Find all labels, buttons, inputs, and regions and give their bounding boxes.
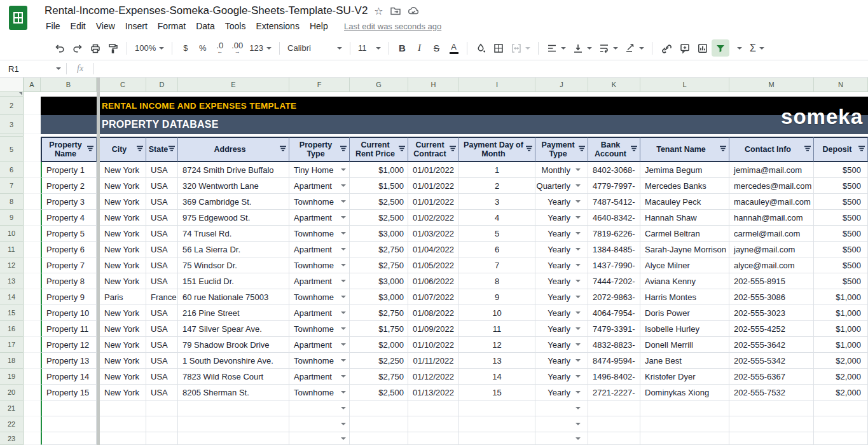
cell-B8[interactable]: Property 3 [41, 194, 97, 210]
dropdown-arrow-icon[interactable] [575, 312, 581, 314]
decrease-decimal-button[interactable]: .0← [211, 39, 228, 57]
dropdown-arrow-icon[interactable] [575, 264, 581, 266]
dropdown-arrow-icon[interactable] [575, 437, 581, 440]
column-header-L[interactable]: L [640, 78, 729, 92]
cell-K22[interactable] [588, 416, 640, 432]
menu-insert[interactable]: Insert [120, 20, 153, 32]
cell-B15[interactable]: Property 10 [41, 305, 97, 321]
cell-M16[interactable]: 202-555-4252 [729, 321, 814, 337]
cell-H20[interactable]: 01/13/2022 [408, 385, 459, 400]
cell-G15[interactable]: $2,750 [350, 305, 408, 321]
zoom-select[interactable]: 100% [132, 39, 167, 57]
cell-L13[interactable]: Aviana Kenny [640, 273, 729, 289]
cell-I7[interactable]: 2 [459, 178, 535, 194]
cell-J19[interactable]: Yearly [535, 369, 588, 385]
cell-K23[interactable] [588, 432, 640, 445]
cell-C10[interactable]: New York [100, 226, 146, 242]
paint-format-icon[interactable] [104, 39, 122, 57]
cell-H14[interactable]: 01/07/2022 [408, 289, 459, 305]
menu-file[interactable]: File [41, 20, 65, 32]
cell-E20[interactable]: 8205 Sherman St. [178, 385, 289, 400]
filter-header-payment-type[interactable]: Payment Type [535, 137, 588, 162]
borders-icon[interactable] [490, 39, 507, 57]
cell-L7[interactable]: Mercedes Banks [640, 178, 729, 194]
menu-data[interactable]: Data [191, 20, 220, 32]
cell-L18[interactable]: Jane Best [640, 353, 729, 369]
dropdown-arrow-icon[interactable] [575, 168, 581, 171]
cell-B10[interactable]: Property 5 [41, 226, 97, 242]
number-format-button[interactable]: 123 [246, 39, 275, 57]
cell-L15[interactable]: Doris Power [640, 305, 729, 321]
cell-M23[interactable] [729, 432, 814, 445]
column-header-G[interactable]: G [350, 78, 408, 92]
cell-H15[interactable]: 01/08/2022 [408, 305, 459, 321]
cell-B23[interactable] [41, 432, 97, 445]
cell-F8[interactable]: Townhome [289, 194, 350, 210]
cell-L23[interactable] [640, 432, 729, 445]
cell-M17[interactable]: 202-555-3642 [729, 337, 814, 353]
cell-G13[interactable]: $3,000 [350, 273, 408, 289]
cell-J20[interactable]: Yearly [535, 385, 588, 400]
cell-I23[interactable] [459, 432, 535, 445]
star-icon[interactable]: ☆ [374, 5, 383, 17]
cell-E12[interactable]: 75 Windsor Dr. [178, 257, 289, 273]
row-header-hidden[interactable] [0, 92, 24, 97]
cell-L10[interactable]: Carmel Beltran [640, 226, 729, 242]
filter-header-contact-info[interactable]: Contact Info [729, 137, 814, 162]
filter-icon[interactable] [398, 145, 406, 154]
row-header-15[interactable]: 15 [0, 305, 24, 321]
dropdown-arrow-icon[interactable] [575, 327, 581, 330]
column-header-F[interactable]: F [289, 78, 350, 92]
dropdown-arrow-icon[interactable] [341, 248, 346, 250]
column-header-C[interactable]: C [100, 78, 146, 92]
move-to-folder-icon[interactable] [390, 5, 401, 17]
cell-D6[interactable]: USA [146, 162, 178, 178]
column-a-spacer[interactable] [24, 210, 41, 226]
cell-C7[interactable]: New York [100, 178, 146, 194]
cell-I18[interactable]: 13 [459, 353, 535, 369]
cell-F18[interactable]: Townhome [289, 353, 350, 369]
format-currency-button[interactable]: $ [177, 39, 194, 57]
increase-decimal-button[interactable]: .00→ [228, 39, 246, 57]
column-header-B[interactable]: B [41, 78, 97, 92]
font-size-select[interactable]: 11 [355, 39, 384, 57]
cell-I10[interactable]: 5 [459, 226, 535, 242]
cell-F7[interactable]: Apartment [289, 178, 350, 194]
filter-header-property-type[interactable]: Property Type [289, 137, 350, 162]
row-header-6[interactable]: 6 [0, 162, 24, 178]
strikethrough-button[interactable]: S [428, 39, 445, 57]
insert-chart-icon[interactable] [694, 39, 712, 57]
cell-B19[interactable]: Property 14 [41, 369, 97, 385]
dropdown-arrow-icon[interactable] [341, 391, 346, 394]
column-a-spacer[interactable] [24, 97, 41, 115]
create-filter-icon[interactable] [712, 39, 729, 57]
filter-header-payment-day-of-month[interactable]: Payment Day of Month [459, 137, 535, 162]
cell-D7[interactable]: USA [146, 178, 178, 194]
cell-M13[interactable]: 202-555-8915 [729, 273, 814, 289]
cell-L9[interactable]: Hannah Shaw [640, 210, 729, 226]
print-icon[interactable] [86, 39, 104, 57]
cell-F20[interactable]: Townhome [289, 385, 350, 400]
cell-N23[interactable] [814, 432, 868, 445]
row-header-16[interactable]: 16 [0, 321, 24, 337]
cell-G19[interactable]: $2,750 [350, 369, 408, 385]
cell-L14[interactable]: Harris Montes [640, 289, 729, 305]
cell-E9[interactable]: 975 Edgewood St. [178, 210, 289, 226]
dropdown-arrow-icon[interactable] [341, 280, 346, 282]
dropdown-arrow-icon[interactable] [575, 232, 581, 235]
row-header-9[interactable]: 9 [0, 210, 24, 226]
dropdown-arrow-icon[interactable] [341, 200, 346, 203]
cell-M8[interactable]: macauley@mail.com [729, 194, 814, 210]
cell-N13[interactable]: $500 [814, 273, 868, 289]
cell-M11[interactable]: jayne@mail.com [729, 242, 814, 257]
dropdown-arrow-icon[interactable] [575, 184, 581, 187]
cell-B13[interactable]: Property 8 [41, 273, 97, 289]
cell-N19[interactable]: $2,000 [814, 369, 868, 385]
cell-I15[interactable]: 10 [459, 305, 535, 321]
cell-K12[interactable]: 1437-7990- [588, 257, 640, 273]
cell-K7[interactable]: 4779-7997- [588, 178, 640, 194]
cell-J17[interactable]: Yearly [535, 337, 588, 353]
dropdown-arrow-icon[interactable] [575, 280, 581, 282]
cell-D15[interactable]: USA [146, 305, 178, 321]
filter-header-current-contract[interactable]: Current Contract [408, 137, 459, 162]
